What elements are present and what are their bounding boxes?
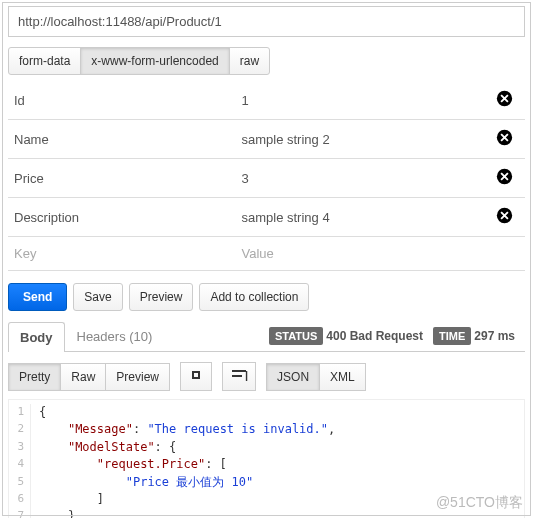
delete-icon[interactable] xyxy=(496,129,513,146)
align-icon[interactable]: | xyxy=(222,362,256,391)
body-type-group: form-data x-www-form-urlencoded raw xyxy=(8,47,525,75)
delete-icon[interactable] xyxy=(496,207,513,224)
format-xml-button[interactable]: XML xyxy=(319,363,366,391)
preview-button[interactable]: Preview xyxy=(129,283,194,311)
body-type-raw[interactable]: raw xyxy=(229,47,270,75)
delete-icon[interactable] xyxy=(496,168,513,185)
status-value: 400 Bad Request xyxy=(326,329,423,343)
view-preview-button[interactable]: Preview xyxy=(105,363,170,391)
param-value[interactable]: 1 xyxy=(235,81,483,120)
param-placeholder-row: KeyValue xyxy=(8,237,525,271)
table-row: Descriptionsample string 4 xyxy=(8,198,525,237)
view-raw-button[interactable]: Raw xyxy=(60,363,106,391)
table-row: Namesample string 2 xyxy=(8,120,525,159)
response-tabs: Body Headers (10) STATUS 400 Bad Request… xyxy=(8,321,525,352)
watermark: @51CTO博客 xyxy=(436,494,523,512)
param-key[interactable]: Id xyxy=(8,81,235,120)
action-bar: Send Save Preview Add to collection xyxy=(8,283,525,311)
time-value: 297 ms xyxy=(474,329,515,343)
send-button[interactable]: Send xyxy=(8,283,67,311)
time-label: TIME xyxy=(433,327,471,345)
table-row: Id1 xyxy=(8,81,525,120)
add-to-collection-button[interactable]: Add to collection xyxy=(199,283,309,311)
params-table: Id1 Namesample string 2 Price3 Descripti… xyxy=(8,81,525,271)
delete-icon[interactable] xyxy=(496,90,513,107)
url-input[interactable]: http://localhost:11488/api/Product/1 xyxy=(8,6,525,37)
table-row: Price3 xyxy=(8,159,525,198)
copy-icon[interactable] xyxy=(180,362,212,391)
status-label: STATUS xyxy=(269,327,323,345)
tab-body[interactable]: Body xyxy=(8,322,65,352)
body-type-form-data[interactable]: form-data xyxy=(8,47,81,75)
save-button[interactable]: Save xyxy=(73,283,122,311)
param-key-placeholder[interactable]: Key xyxy=(8,237,235,271)
response-toolbar: Pretty Raw Preview | JSON XML xyxy=(8,362,525,391)
param-value[interactable]: sample string 4 xyxy=(235,198,483,237)
tab-headers[interactable]: Headers (10) xyxy=(65,321,165,351)
param-value[interactable]: sample string 2 xyxy=(235,120,483,159)
param-value[interactable]: 3 xyxy=(235,159,483,198)
view-pretty-button[interactable]: Pretty xyxy=(8,363,61,391)
param-key[interactable]: Description xyxy=(8,198,235,237)
param-key[interactable]: Price xyxy=(8,159,235,198)
format-json-button[interactable]: JSON xyxy=(266,363,320,391)
param-key[interactable]: Name xyxy=(8,120,235,159)
body-type-urlencoded[interactable]: x-www-form-urlencoded xyxy=(80,47,229,75)
param-value-placeholder[interactable]: Value xyxy=(235,237,483,271)
